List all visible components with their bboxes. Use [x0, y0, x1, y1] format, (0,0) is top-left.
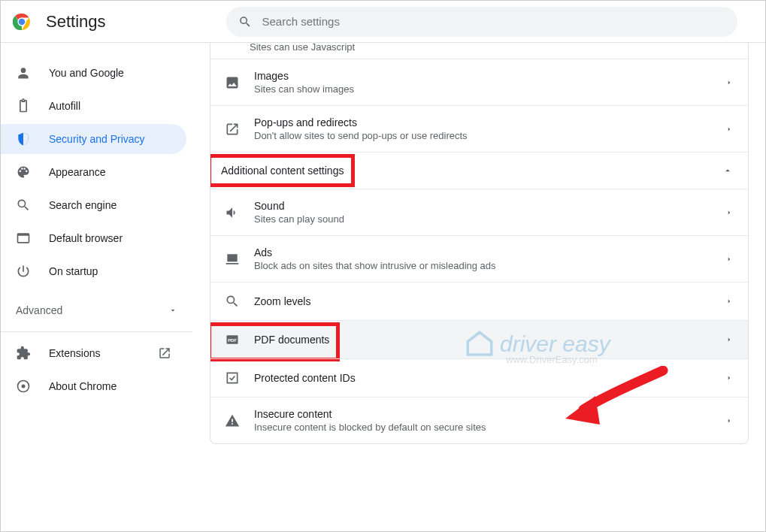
chevron-right-icon: [725, 125, 733, 133]
row-javascript-cutoff[interactable]: Sites can use Javascript: [210, 43, 748, 59]
row-subtitle: Insecure content is blocked by default o…: [254, 422, 712, 433]
sidebar-item-security-privacy[interactable]: Security and Privacy: [1, 124, 186, 154]
sidebar-item-label: Default browser: [49, 232, 123, 244]
content-settings-card: Sites can use Javascript Images Sites ca…: [210, 43, 749, 444]
chevron-right-icon: [725, 417, 733, 425]
extension-icon: [16, 346, 31, 361]
extensions-label: Extensions: [49, 347, 100, 359]
sidebar-item-appearance[interactable]: Appearance: [1, 157, 186, 187]
section-header-label: Additional content settings: [221, 165, 344, 177]
sidebar-item-label: Search engine: [49, 199, 117, 211]
row-title: Zoom levels: [254, 295, 712, 307]
sidebar-item-default-browser[interactable]: Default browser: [1, 223, 186, 253]
row-subtitle: Block ads on sites that show intrusive o…: [254, 260, 712, 271]
warning-icon: [224, 413, 241, 429]
chevron-right-icon: [725, 336, 733, 343]
sidebar-item-label: On startup: [49, 265, 98, 277]
row-subtitle: Sites can show images: [254, 83, 712, 95]
row-ads[interactable]: Ads Block ads on sites that show intrusi…: [210, 235, 748, 282]
pdf-icon: PDF: [224, 331, 241, 348]
chevron-up-icon: [722, 165, 733, 176]
clipboard-icon: [16, 98, 31, 113]
row-pdf-documents[interactable]: PDF PDF documents: [210, 320, 748, 358]
sidebar-item-search-engine[interactable]: Search engine: [1, 190, 186, 220]
row-title: Insecure content: [254, 408, 712, 420]
layout: You and Google Autofill Security and Pri…: [1, 43, 765, 531]
popup-icon: [224, 121, 241, 138]
sidebar-item-on-startup[interactable]: On startup: [1, 256, 186, 286]
chevron-right-icon: [725, 79, 733, 86]
browser-icon: [16, 231, 31, 246]
settings-search[interactable]: [226, 7, 737, 37]
sidebar-item-label: Security and Privacy: [49, 133, 145, 145]
page-title: Settings: [46, 12, 106, 32]
advanced-label: Advanced: [16, 304, 62, 316]
zoom-icon: [224, 293, 241, 310]
settings-search-input[interactable]: [262, 15, 725, 28]
chrome-outline-icon: [16, 379, 31, 394]
chevron-right-icon: [725, 209, 733, 216]
row-images[interactable]: Images Sites can show images: [210, 59, 748, 105]
sidebar-item-label: Autofill: [49, 100, 80, 112]
chevron-right-icon: [725, 255, 733, 263]
row-title: Pop-ups and redirects: [254, 116, 712, 128]
image-icon: [224, 74, 241, 91]
sidebar-item-autofill[interactable]: Autofill: [1, 91, 186, 121]
sidebar-nav: You and Google Autofill Security and Pri…: [1, 58, 192, 295]
row-title: PDF documents: [254, 334, 712, 346]
row-subtitle: Sites can use Javascript: [250, 43, 355, 53]
sidebar-advanced-toggle[interactable]: Advanced: [1, 295, 192, 325]
row-title: Ads: [254, 246, 712, 258]
ads-icon: [224, 251, 241, 268]
row-sound[interactable]: Sound Sites can play sound: [210, 189, 748, 235]
chevron-right-icon: [725, 298, 733, 305]
row-title: Sound: [254, 200, 712, 212]
chevron-right-icon: [725, 374, 733, 382]
search-icon: [238, 15, 252, 29]
settings-main: Sites can use Javascript Images Sites ca…: [193, 43, 765, 531]
shield-icon: [16, 131, 31, 147]
person-icon: [16, 65, 31, 80]
row-title: Protected content IDs: [254, 372, 712, 384]
sidebar-item-you-and-google[interactable]: You and Google: [1, 58, 186, 88]
sidebar-item-label: You and Google: [49, 67, 124, 79]
power-icon: [16, 264, 31, 279]
sound-icon: [224, 204, 241, 221]
about-label: About Chrome: [49, 380, 117, 392]
svg-point-4: [22, 385, 26, 388]
svg-text:PDF: PDF: [228, 338, 237, 343]
sidebar: You and Google Autofill Security and Pri…: [1, 43, 193, 531]
row-subtitle: Sites can play sound: [254, 213, 712, 225]
chevron-down-icon: [168, 306, 177, 315]
sidebar-item-extensions[interactable]: Extensions: [1, 338, 186, 368]
row-protected-content[interactable]: Protected content IDs: [210, 358, 748, 397]
app-header: Settings: [1, 1, 765, 43]
chrome-logo-icon: [13, 13, 31, 31]
sidebar-item-label: Appearance: [49, 166, 106, 178]
row-subtitle: Don't allow sites to send pop-ups or use…: [254, 130, 712, 141]
search-icon: [16, 198, 31, 213]
row-popups-redirects[interactable]: Pop-ups and redirects Don't allow sites …: [210, 105, 748, 152]
additional-content-settings-header[interactable]: Additional content settings: [210, 152, 748, 189]
sidebar-item-about-chrome[interactable]: About Chrome: [1, 371, 186, 401]
protected-icon: [224, 370, 241, 386]
row-zoom-levels[interactable]: Zoom levels: [210, 282, 748, 320]
palette-icon: [16, 165, 31, 180]
open-external-icon: [158, 346, 171, 360]
sidebar-separator: [1, 331, 192, 332]
svg-point-2: [19, 18, 26, 25]
row-insecure-content[interactable]: Insecure content Insecure content is blo…: [210, 397, 748, 443]
row-title: Images: [254, 70, 712, 82]
